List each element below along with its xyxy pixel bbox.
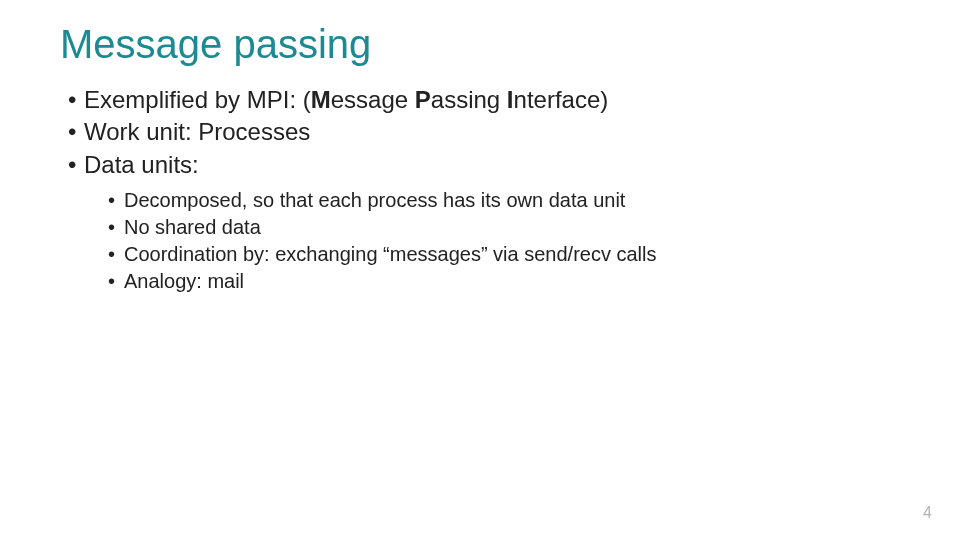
bullet-icon: • (108, 268, 124, 295)
text: Data units: (84, 151, 199, 178)
level2-list: •Decomposed, so that each process has it… (108, 187, 900, 295)
text: Decomposed, so that each process has its… (124, 189, 625, 211)
bold-M: M (311, 86, 331, 113)
text: assing (431, 86, 507, 113)
bullet-icon: • (68, 149, 84, 181)
level1-list: •Exemplified by MPI: (Message Passing In… (60, 84, 900, 181)
bullet-l1-mpi: •Exemplified by MPI: (Message Passing In… (68, 84, 900, 116)
bullet-icon: • (108, 214, 124, 241)
slide: Message passing •Exemplified by MPI: (Me… (0, 0, 960, 540)
text: Exemplified by MPI: ( (84, 86, 311, 113)
bullet-l2: •No shared data (108, 214, 900, 241)
bullet-l2: •Coordination by: exchanging “messages” … (108, 241, 900, 268)
text: essage (331, 86, 415, 113)
text: nterface) (514, 86, 609, 113)
bold-P: P (415, 86, 431, 113)
bullet-icon: • (108, 241, 124, 268)
slide-title: Message passing (60, 22, 900, 66)
text: Coordination by: exchanging “messages” v… (124, 243, 657, 265)
bullet-l1-dataunits: •Data units: (68, 149, 900, 181)
bullet-icon: • (68, 116, 84, 148)
text: Work unit: Processes (84, 118, 310, 145)
bullet-icon: • (108, 187, 124, 214)
text: No shared data (124, 216, 261, 238)
bullet-icon: • (68, 84, 84, 116)
bullet-l2: •Decomposed, so that each process has it… (108, 187, 900, 214)
bullet-l2: •Analogy: mail (108, 268, 900, 295)
bold-I: I (507, 86, 514, 113)
bullet-l1-workunit: •Work unit: Processes (68, 116, 900, 148)
text: Analogy: mail (124, 270, 244, 292)
page-number: 4 (923, 504, 932, 522)
